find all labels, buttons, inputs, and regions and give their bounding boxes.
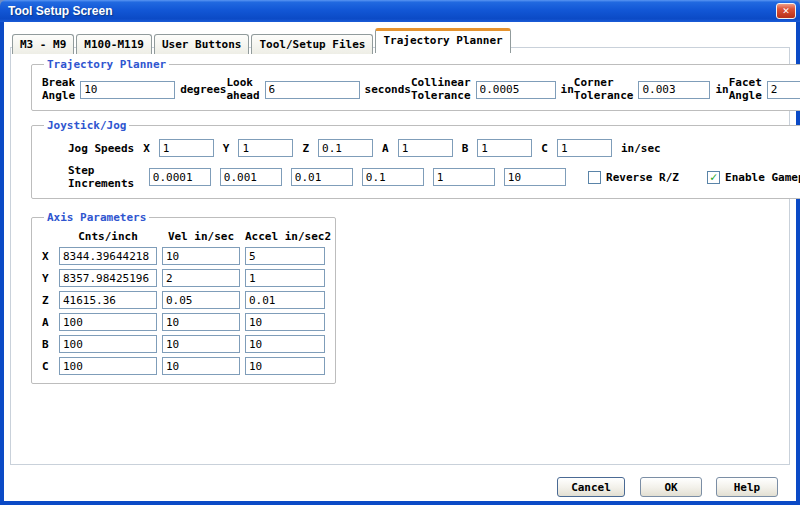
cancel-button[interactable]: Cancel xyxy=(557,477,625,497)
corner-tolerance-unit: in xyxy=(715,83,728,96)
axis-c-vel-input[interactable] xyxy=(162,357,240,375)
break-angle-label: Break Angle xyxy=(42,77,75,102)
reverse-rz-checkbox[interactable]: Reverse R/Z xyxy=(588,171,679,184)
axis-a-vel-input[interactable] xyxy=(162,313,240,331)
tool-setup-window: Tool Setup Screen ✕ M3 - M9 M100-M119 Us… xyxy=(0,0,800,505)
axis-row-z-label: Z xyxy=(42,294,54,307)
jog-speeds-row: Jog Speeds X Y Z A B C in/sec xyxy=(68,139,800,157)
jog-speeds-unit: in/sec xyxy=(621,142,661,155)
close-button[interactable]: ✕ xyxy=(776,3,796,19)
tab-tool-setup-files[interactable]: Tool/Setup Files xyxy=(251,34,373,54)
jog-axis-x-label: X xyxy=(143,142,150,155)
enable-gamepad-checkbox-icon xyxy=(707,171,720,184)
joystick-jog-group-title: Joystick/Jog xyxy=(44,119,129,132)
trajectory-fields-row: Break Angle degrees Look ahead seconds xyxy=(42,77,800,102)
break-angle-field: Break Angle degrees xyxy=(42,77,226,102)
trajectory-planner-tabpage: Trajectory Planner Break Angle degrees L… xyxy=(10,47,790,465)
jog-axis-c-label: C xyxy=(541,142,548,155)
step-increment-3-input[interactable] xyxy=(291,168,353,186)
step-increments-label: Step Increments xyxy=(68,164,140,190)
facet-angle-label: Facet Angle xyxy=(729,77,762,102)
axis-b-cnts-input[interactable] xyxy=(59,335,157,353)
enable-gamepad-checkbox[interactable]: Enable Gamepad xyxy=(707,171,800,184)
tab-trajectory-planner[interactable]: Trajectory Planner xyxy=(375,28,510,53)
look-ahead-unit: seconds xyxy=(365,83,411,96)
look-ahead-label: Look ahead xyxy=(226,77,259,102)
jog-speed-a-input[interactable] xyxy=(398,139,453,157)
window-title: Tool Setup Screen xyxy=(0,4,112,18)
tab-strip: M3 - M9 M100-M119 User Buttons Tool/Setu… xyxy=(12,28,513,53)
step-increment-6-input[interactable] xyxy=(504,168,566,186)
axis-c-cnts-input[interactable] xyxy=(59,357,157,375)
close-icon: ✕ xyxy=(782,6,790,16)
jog-speed-z-input[interactable] xyxy=(318,139,373,157)
trajectory-planner-group: Trajectory Planner Break Angle degrees L… xyxy=(31,58,800,111)
axis-b-vel-input[interactable] xyxy=(162,335,240,353)
reverse-rz-checkbox-icon xyxy=(588,171,601,184)
title-bar[interactable]: Tool Setup Screen ✕ xyxy=(0,0,800,22)
axis-row-x-label: X xyxy=(42,250,54,263)
axis-y-cnts-input[interactable] xyxy=(59,269,157,287)
axis-row-a-label: A xyxy=(42,316,54,329)
trajectory-planner-group-title: Trajectory Planner xyxy=(44,58,169,71)
axis-x-cnts-input[interactable] xyxy=(59,247,157,265)
axis-y-vel-input[interactable] xyxy=(162,269,240,287)
jog-axis-z-label: Z xyxy=(302,142,309,155)
axis-x-accel-input[interactable] xyxy=(245,247,325,265)
collinear-tolerance-input[interactable] xyxy=(476,81,556,99)
jog-speeds-label: Jog Speeds xyxy=(68,142,134,155)
axis-parameters-group: Axis Parameters Cnts/inch Vel in/sec Acc… xyxy=(31,211,336,384)
enable-gamepad-label: Enable Gamepad xyxy=(725,171,800,184)
facet-angle-field: Facet Angle degrees xyxy=(729,77,800,102)
jog-speed-c-input[interactable] xyxy=(557,139,612,157)
collinear-tolerance-field: Collinear Tolerance in xyxy=(411,77,574,102)
jog-axis-a-label: A xyxy=(382,142,389,155)
collinear-tolerance-unit: in xyxy=(561,83,574,96)
facet-angle-input[interactable] xyxy=(767,81,800,99)
step-increment-4-input[interactable] xyxy=(362,168,424,186)
axis-z-cnts-input[interactable] xyxy=(59,291,157,309)
corner-tolerance-label: Corner Tolerance xyxy=(574,77,634,102)
jog-speed-b-input[interactable] xyxy=(477,139,532,157)
axis-row-y-label: Y xyxy=(42,272,54,285)
jog-axis-y-label: Y xyxy=(223,142,230,155)
corner-tolerance-field: Corner Tolerance in xyxy=(574,77,729,102)
jog-axis-b-label: B xyxy=(462,142,469,155)
jog-speed-x-input[interactable] xyxy=(159,139,214,157)
joystick-jog-group: Joystick/Jog Jog Speeds X Y Z A B C in/s… xyxy=(31,119,800,199)
corner-tolerance-input[interactable] xyxy=(638,81,710,99)
axis-parameters-group-title: Axis Parameters xyxy=(44,211,149,224)
step-increment-1-input[interactable] xyxy=(149,168,211,186)
step-increments-row: Step Increments Reverse R/Z E xyxy=(68,164,800,190)
axis-y-accel-input[interactable] xyxy=(245,269,325,287)
break-angle-input[interactable] xyxy=(80,81,175,99)
axis-z-vel-input[interactable] xyxy=(162,291,240,309)
dialog-body: M3 - M9 M100-M119 User Buttons Tool/Setu… xyxy=(0,22,800,505)
tab-m3-m9[interactable]: M3 - M9 xyxy=(12,34,74,54)
break-angle-unit: degrees xyxy=(180,83,226,96)
col-header-vel: Vel in/sec xyxy=(162,230,240,243)
axis-a-accel-input[interactable] xyxy=(245,313,325,331)
help-button[interactable]: Help xyxy=(716,477,778,497)
jog-speed-y-input[interactable] xyxy=(238,139,293,157)
axis-row-c-label: C xyxy=(42,360,54,373)
axis-x-vel-input[interactable] xyxy=(162,247,240,265)
col-header-cnts-inch: Cnts/inch xyxy=(59,230,157,243)
tab-m100-m119[interactable]: M100-M119 xyxy=(76,34,152,54)
look-ahead-input[interactable] xyxy=(265,81,360,99)
step-increment-5-input[interactable] xyxy=(433,168,495,186)
axis-z-accel-input[interactable] xyxy=(245,291,325,309)
reverse-rz-label: Reverse R/Z xyxy=(606,171,679,184)
step-increment-2-input[interactable] xyxy=(220,168,282,186)
col-header-accel: Accel in/sec2 xyxy=(245,230,325,243)
look-ahead-field: Look ahead seconds xyxy=(226,77,410,102)
ok-button[interactable]: OK xyxy=(640,477,702,497)
collinear-tolerance-label: Collinear Tolerance xyxy=(411,77,471,102)
axis-c-accel-input[interactable] xyxy=(245,357,325,375)
axis-parameters-grid: Cnts/inch Vel in/sec Accel in/sec2 X Y Z xyxy=(42,230,325,375)
axis-a-cnts-input[interactable] xyxy=(59,313,157,331)
axis-b-accel-input[interactable] xyxy=(245,335,325,353)
axis-row-b-label: B xyxy=(42,338,54,351)
tab-user-buttons[interactable]: User Buttons xyxy=(154,34,249,54)
